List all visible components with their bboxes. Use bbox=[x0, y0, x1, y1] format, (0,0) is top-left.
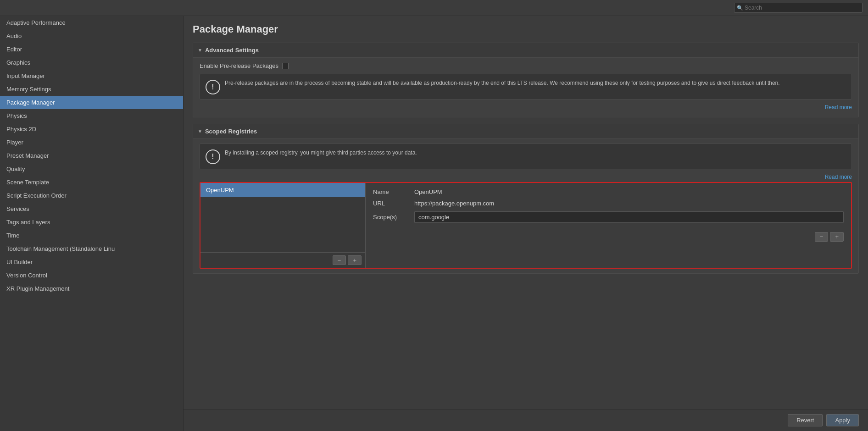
advanced-settings-body: Enable Pre-release Packages ! Pre-releas… bbox=[193, 58, 858, 117]
sidebar-item-input-manager[interactable]: Input Manager bbox=[0, 69, 183, 83]
advanced-info-text: Pre-release packages are in the process … bbox=[225, 79, 846, 87]
name-label: Name bbox=[373, 188, 414, 195]
advanced-info-box: ! Pre-release packages are in the proces… bbox=[200, 74, 852, 99]
triangle-icon-2: ▼ bbox=[198, 129, 202, 134]
scoped-registries-title: Scoped Registries bbox=[205, 128, 257, 135]
sidebar-item-services[interactable]: Services bbox=[0, 202, 183, 216]
sidebar-item-version-control[interactable]: Version Control bbox=[0, 269, 183, 282]
registry-list-item[interactable]: OpenUPM bbox=[200, 183, 365, 197]
sidebar-item-quality[interactable]: Quality bbox=[0, 162, 183, 176]
main-layout: Adaptive PerformanceAudioEditorGraphicsI… bbox=[0, 16, 868, 431]
sidebar-item-graphics[interactable]: Graphics bbox=[0, 56, 183, 69]
scoped-registries-section: ▼ Scoped Registries ! By installing a sc… bbox=[193, 124, 859, 274]
info-icon: ! bbox=[206, 80, 220, 94]
scoped-info-box: ! By installing a scoped registry, you m… bbox=[200, 144, 852, 169]
scoped-registries-body: ! By installing a scoped registry, you m… bbox=[193, 139, 858, 273]
url-label: URL bbox=[373, 200, 414, 207]
registry-list-empty bbox=[200, 197, 365, 252]
sidebar-item-time[interactable]: Time bbox=[0, 229, 183, 242]
page-title: Package Manager bbox=[193, 23, 859, 35]
sidebar-item-xr-plugin-management[interactable]: XR Plugin Management bbox=[0, 282, 183, 295]
sidebar-item-physics-2d[interactable]: Physics 2D bbox=[0, 122, 183, 136]
registries-layout: OpenUPM − + Name OpenUPM bbox=[200, 182, 852, 269]
name-value: OpenUPM bbox=[414, 188, 844, 195]
pre-release-checkbox[interactable] bbox=[282, 63, 289, 69]
sidebar-item-script-execution-order[interactable]: Script Execution Order bbox=[0, 189, 183, 202]
content-inner: Package Manager ▼ Advanced Settings Enab… bbox=[184, 16, 868, 409]
apply-button[interactable]: Apply bbox=[826, 414, 859, 426]
advanced-settings-title: Advanced Settings bbox=[205, 47, 259, 54]
detail-remove-button[interactable]: − bbox=[815, 232, 829, 242]
advanced-read-more-link[interactable]: Read more bbox=[200, 103, 852, 112]
registry-list: OpenUPM − + bbox=[200, 183, 366, 268]
sidebar-item-package-manager[interactable]: Package Manager bbox=[0, 96, 183, 109]
registry-detail-footer: − + bbox=[373, 227, 844, 242]
url-value: https://package.openupm.com bbox=[414, 200, 844, 207]
toggle-row: Enable Pre-release Packages bbox=[200, 62, 852, 69]
revert-button[interactable]: Revert bbox=[788, 414, 823, 426]
scoped-info-icon: ! bbox=[206, 149, 220, 164]
registry-remove-button[interactable]: − bbox=[333, 255, 346, 265]
search-input[interactable] bbox=[734, 3, 862, 13]
search-container: 🔍 bbox=[734, 3, 862, 13]
scopes-label: Scope(s) bbox=[373, 214, 414, 221]
sidebar-item-physics[interactable]: Physics bbox=[0, 109, 183, 122]
scoped-info-text: By installing a scoped registry, you mig… bbox=[225, 149, 846, 157]
sidebar-item-audio[interactable]: Audio bbox=[0, 29, 183, 43]
sidebar: Adaptive PerformanceAudioEditorGraphicsI… bbox=[0, 16, 184, 431]
sidebar-item-toolchain-management[interactable]: Toolchain Management (Standalone Linu bbox=[0, 242, 183, 255]
scopes-input[interactable] bbox=[414, 211, 844, 223]
scoped-registries-header[interactable]: ▼ Scoped Registries bbox=[193, 124, 858, 139]
bottom-bar: Revert Apply bbox=[184, 409, 868, 431]
search-icon: 🔍 bbox=[737, 5, 743, 11]
sidebar-item-memory-settings[interactable]: Memory Settings bbox=[0, 83, 183, 96]
registry-detail: Name OpenUPM URL https://package.openupm… bbox=[366, 183, 851, 268]
url-field-row: URL https://package.openupm.com bbox=[373, 200, 844, 207]
registry-add-button[interactable]: + bbox=[348, 255, 362, 265]
sidebar-item-editor[interactable]: Editor bbox=[0, 43, 183, 56]
registry-list-footer: − + bbox=[200, 252, 365, 268]
name-field-row: Name OpenUPM bbox=[373, 188, 844, 195]
sidebar-item-adaptive-performance[interactable]: Adaptive Performance bbox=[0, 16, 183, 29]
sidebar-item-preset-manager[interactable]: Preset Manager bbox=[0, 149, 183, 162]
advanced-settings-header[interactable]: ▼ Advanced Settings bbox=[193, 43, 858, 58]
sidebar-item-tags-and-layers[interactable]: Tags and Layers bbox=[0, 216, 183, 229]
advanced-settings-section: ▼ Advanced Settings Enable Pre-release P… bbox=[193, 43, 859, 117]
sidebar-item-player[interactable]: Player bbox=[0, 136, 183, 149]
scopes-field-row: Scope(s) bbox=[373, 211, 844, 223]
content-area: Package Manager ▼ Advanced Settings Enab… bbox=[184, 16, 868, 431]
detail-add-button[interactable]: + bbox=[830, 232, 844, 242]
toggle-label: Enable Pre-release Packages bbox=[200, 62, 278, 69]
triangle-icon: ▼ bbox=[198, 48, 202, 53]
sidebar-item-scene-template[interactable]: Scene Template bbox=[0, 176, 183, 189]
sidebar-item-ui-builder[interactable]: UI Builder bbox=[0, 255, 183, 269]
scoped-read-more-link[interactable]: Read more bbox=[200, 173, 852, 182]
top-bar: 🔍 bbox=[0, 0, 868, 16]
